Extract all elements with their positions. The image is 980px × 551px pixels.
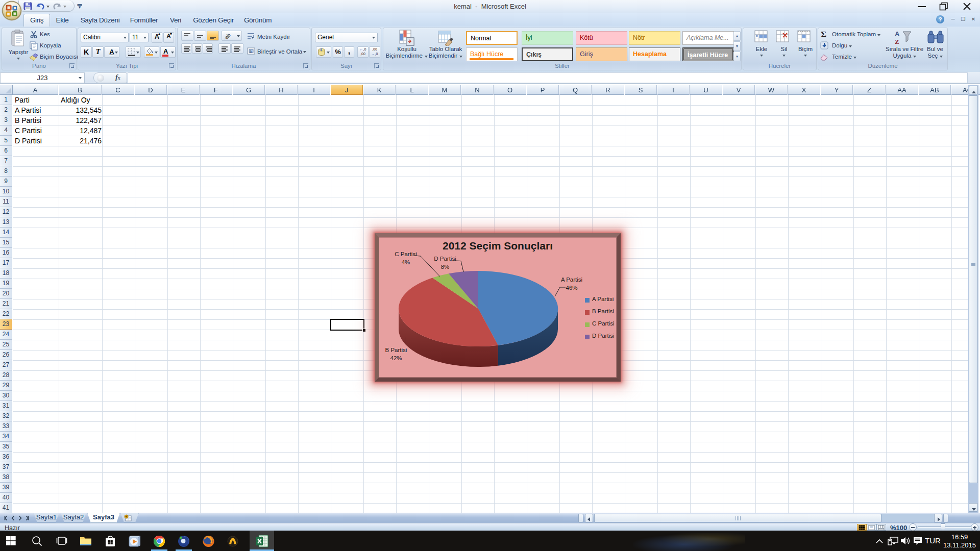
- svg-text:a: a: [250, 49, 252, 53]
- svg-text:$: $: [320, 48, 322, 52]
- svg-text:A: A: [895, 30, 900, 38]
- svg-text:Z: Z: [895, 38, 899, 45]
